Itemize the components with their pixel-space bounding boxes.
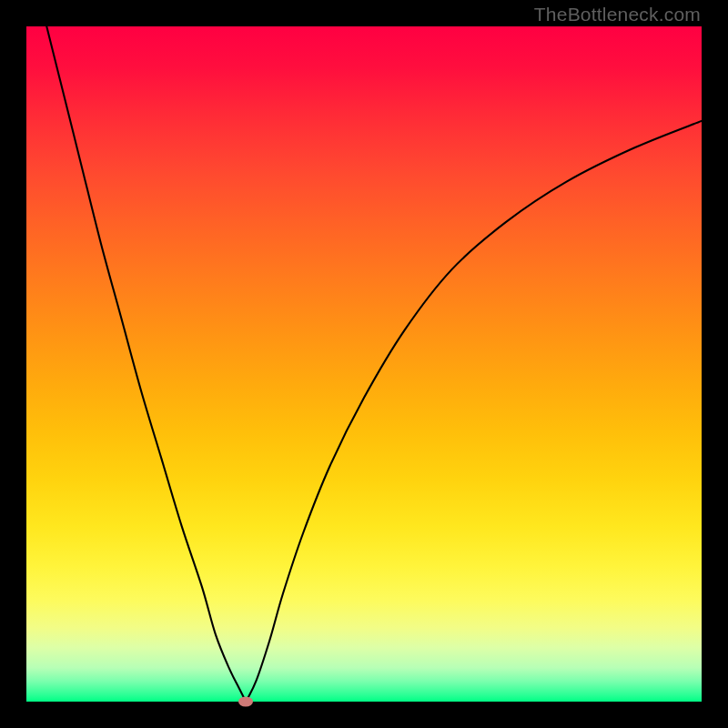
- chart-frame: TheBottleneck.com: [0, 0, 728, 728]
- attribution-text: TheBottleneck.com: [534, 4, 701, 25]
- plot-area: [26, 26, 702, 702]
- bottleneck-curve: [26, 26, 702, 702]
- minimum-marker: [238, 697, 253, 707]
